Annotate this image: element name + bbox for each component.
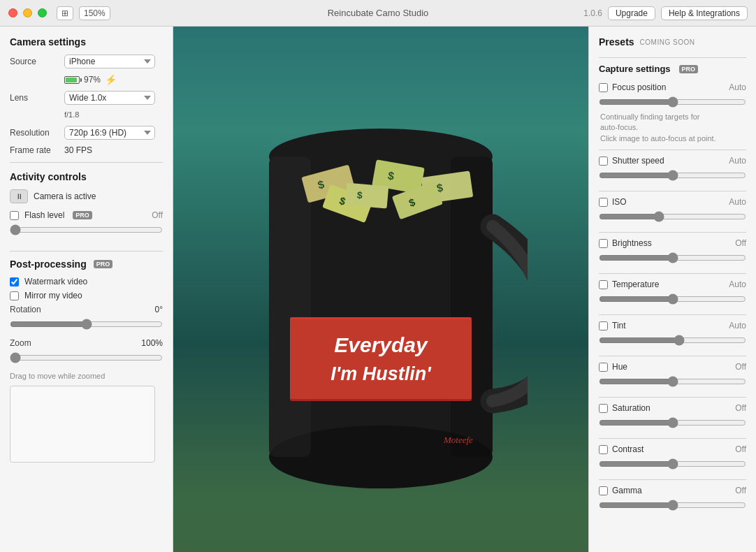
mug-scene: $ $ $ $ $ $ xyxy=(173,27,588,552)
minimize-button[interactable] xyxy=(23,8,32,17)
divider-2 xyxy=(10,251,163,252)
saturation-label: Saturation xyxy=(612,403,735,413)
capture-header: Capture settings PRO xyxy=(599,64,746,74)
saturation-divider xyxy=(599,438,746,439)
framerate-label: Frame rate xyxy=(10,145,64,155)
camera-view[interactable]: $ $ $ $ $ $ xyxy=(173,27,588,552)
brightness-value: Off xyxy=(735,238,746,248)
shutter-divider xyxy=(599,191,746,191)
shutter-speed-row: Shutter speed Auto xyxy=(599,156,746,166)
rotation-value: 0° xyxy=(155,305,163,314)
focus-slider[interactable] xyxy=(599,96,746,108)
saturation-checkbox[interactable] xyxy=(599,404,608,413)
focus-divider xyxy=(599,150,746,150)
hue-divider xyxy=(599,397,746,398)
iso-checkbox[interactable] xyxy=(599,198,608,207)
pause-button[interactable]: ⏸ xyxy=(10,189,28,203)
auto-focus-hint: Continually finding targets for auto-foc… xyxy=(599,112,746,144)
svg-text:$: $ xyxy=(356,189,363,201)
window-controls: ⊞ 150% xyxy=(8,6,110,20)
battery-fill xyxy=(66,78,77,82)
version-label: 1.0.6 xyxy=(583,8,602,18)
rotation-row: Rotation 0° xyxy=(10,305,163,314)
gamma-value: Off xyxy=(735,486,746,495)
contrast-slider[interactable] xyxy=(599,458,746,470)
brightness-checkbox[interactable] xyxy=(599,239,608,248)
iso-slider[interactable] xyxy=(599,211,746,222)
layout-button[interactable]: ⊞ xyxy=(57,6,73,20)
camera-active-text: Camera is active xyxy=(34,191,96,201)
shutter-value: Auto xyxy=(729,156,746,166)
fstop-label: f/1.8 xyxy=(64,110,163,119)
temperature-checkbox[interactable] xyxy=(599,280,608,289)
gamma-checkbox[interactable] xyxy=(599,486,608,495)
hue-row: Hue Off xyxy=(599,362,746,372)
brightness-slider[interactable] xyxy=(599,252,746,263)
tint-checkbox[interactable] xyxy=(599,321,608,331)
zoom-select[interactable]: 150% xyxy=(79,6,110,20)
zoom-value: 100% xyxy=(141,338,163,348)
camera-settings-title: Camera settings xyxy=(10,36,163,48)
source-control: iPhone iPad FaceTime HD Camera xyxy=(64,55,163,68)
watermark-label: Watermark video xyxy=(24,277,87,286)
shutter-slider[interactable] xyxy=(599,170,746,181)
mirror-checkbox[interactable] xyxy=(10,291,19,300)
zoom-label: Zoom xyxy=(10,338,141,348)
source-row: Source iPhone iPad FaceTime HD Camera xyxy=(10,55,163,68)
zoom-slider-container xyxy=(10,352,163,372)
flash-row: Flash level PRO Off xyxy=(10,210,163,220)
contrast-label: Contrast xyxy=(612,444,735,454)
usb-icon: ⚡ xyxy=(105,74,117,85)
saturation-value: Off xyxy=(735,403,746,413)
gamma-slider[interactable] xyxy=(599,500,746,511)
framerate-row: Frame rate 30 FPS xyxy=(10,145,163,155)
resolution-select[interactable]: 720p 16:9 (HD) 1080p 16:9 (FHD) xyxy=(64,126,155,140)
svg-text:Moteefe: Moteefe xyxy=(443,435,473,445)
shutter-checkbox[interactable] xyxy=(599,157,608,166)
right-panel: Presets COMING SOON Capture settings PRO… xyxy=(588,27,756,552)
source-select[interactable]: iPhone iPad FaceTime HD Camera xyxy=(64,55,155,68)
flash-checkbox[interactable] xyxy=(10,211,19,220)
hue-slider[interactable] xyxy=(599,376,746,387)
rotation-slider[interactable] xyxy=(10,319,163,330)
tint-slider[interactable] xyxy=(599,335,746,346)
tint-label: Tint xyxy=(612,321,729,331)
contrast-checkbox[interactable] xyxy=(599,445,608,454)
svg-rect-5 xyxy=(451,157,493,457)
upgrade-button[interactable]: Upgrade xyxy=(608,6,655,20)
svg-rect-20 xyxy=(290,399,472,401)
watermark-checkbox[interactable] xyxy=(10,277,19,286)
lens-select[interactable]: Wide 1.0x Ultra Wide 0.5x Telephoto 2.0x xyxy=(64,91,155,105)
focus-checkbox[interactable] xyxy=(599,83,608,92)
drag-hint: Drag to move while zoomed xyxy=(10,372,163,380)
mirror-label: Mirror my video xyxy=(24,291,82,300)
resolution-label: Resolution xyxy=(10,128,64,138)
titlebar: ⊞ 150% Reincubate Camo Studio 1.0.6 Upgr… xyxy=(0,0,756,27)
focus-value: Auto xyxy=(729,82,746,92)
temperature-slider[interactable] xyxy=(599,293,746,305)
flash-off-label: Off xyxy=(152,210,163,220)
iso-value: Auto xyxy=(729,197,746,207)
saturation-slider[interactable] xyxy=(599,417,746,428)
pause-icon: ⏸ xyxy=(15,192,23,201)
zoom-slider[interactable] xyxy=(10,352,163,363)
temperature-divider xyxy=(599,314,746,315)
zoom-preview-box[interactable] xyxy=(10,386,155,463)
brightness-divider xyxy=(599,273,746,274)
rotation-slider-container xyxy=(10,319,163,338)
flash-slider[interactable] xyxy=(10,224,163,235)
hue-value: Off xyxy=(735,362,746,372)
temperature-value: Auto xyxy=(729,279,746,289)
hue-checkbox[interactable] xyxy=(599,363,608,372)
presets-divider xyxy=(599,57,746,58)
help-button[interactable]: Help & Integrations xyxy=(661,6,748,20)
watermark-row: Watermark video xyxy=(10,277,163,286)
maximize-button[interactable] xyxy=(38,8,47,17)
tint-value: Auto xyxy=(729,321,746,331)
focus-label: Focus position xyxy=(612,82,729,92)
svg-rect-4 xyxy=(269,157,311,457)
svg-rect-16 xyxy=(345,182,389,208)
rotation-label: Rotation xyxy=(10,305,155,314)
gamma-row: Gamma Off xyxy=(599,486,746,495)
close-button[interactable] xyxy=(8,8,17,17)
